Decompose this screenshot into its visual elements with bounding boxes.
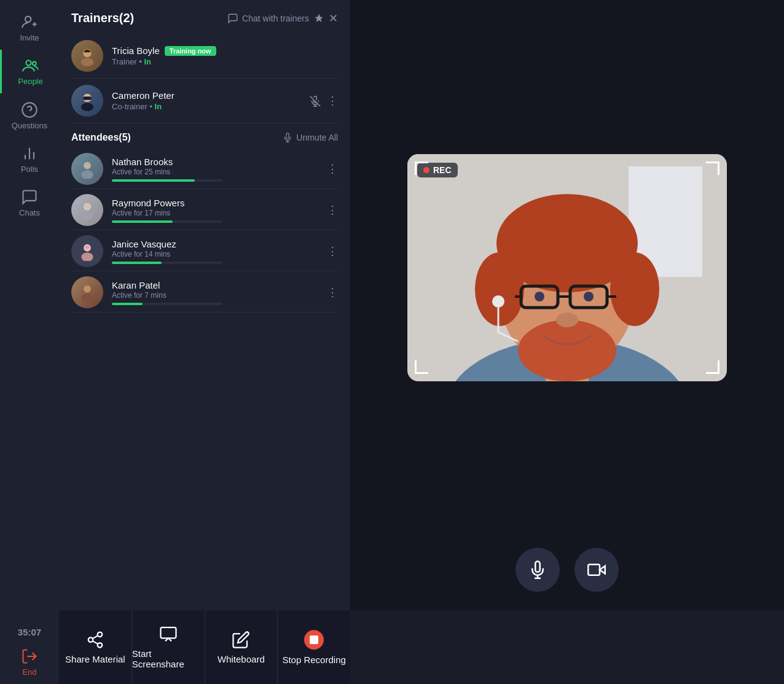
sidebar-item-end-label: End (22, 667, 36, 677)
people-icon (22, 57, 39, 74)
svg-point-31 (88, 637, 93, 642)
trainers-title: Trainers(2) (71, 11, 134, 25)
attendee-name-nathan: Nathan Brooks (112, 157, 318, 167)
sidebar-item-chats[interactable]: Chats (0, 181, 59, 225)
svg-point-4 (32, 62, 36, 66)
activity-bar-janice (112, 262, 162, 264)
svg-point-25 (85, 204, 90, 209)
sidebar-item-invite[interactable]: Invite (0, 6, 59, 50)
trainer-name-cameron: Cameron Peter (112, 90, 174, 101)
attendees-list: Nathan Brooks Active for 25 mins ⋮ Raymo… (59, 148, 350, 313)
avatar-janice (71, 235, 103, 267)
activity-bar-karan (112, 303, 143, 305)
trainers-list: Tricia Boyle Training now Trainer • In (59, 34, 350, 123)
attendee-row-nathan: Nathan Brooks Active for 25 mins ⋮ (59, 148, 350, 188)
sidebar-item-people[interactable]: People (0, 50, 59, 93)
trainer-name-tricia: Tricia Boyle (112, 45, 160, 56)
training-badge: Training now (165, 46, 216, 56)
more-icon-nathan[interactable]: ⋮ (327, 162, 338, 176)
avatar-karan (71, 276, 103, 308)
mute-icon-cameron[interactable] (310, 95, 321, 107)
sidebar-item-polls-label: Polls (21, 165, 38, 174)
activity-bar-container-nathan (112, 179, 222, 182)
sidebar-item-people-label: People (18, 77, 42, 86)
polls-icon (21, 145, 38, 162)
session-timer: 35:07 (18, 621, 41, 641)
chat-trainers-button[interactable]: Chat with trainers (227, 13, 309, 24)
svg-point-14 (81, 103, 93, 111)
close-icon[interactable]: ✕ (329, 12, 338, 25)
svg-point-21 (84, 162, 91, 169)
camera-button[interactable] (574, 548, 619, 592)
corner-br (706, 360, 719, 374)
more-icon-raymond[interactable]: ⋮ (327, 203, 338, 217)
pin-icon[interactable] (314, 12, 324, 25)
sidebar-item-end[interactable]: End (0, 640, 59, 684)
svg-point-5 (22, 103, 36, 117)
svg-rect-15 (83, 96, 92, 100)
attendee-row-karan: Karan Patel Active for 7 mins ⋮ (59, 271, 350, 312)
attendee-active-raymond: Active for 17 mins (112, 209, 318, 217)
video-person (407, 154, 727, 381)
end-icon (21, 648, 38, 665)
svg-point-24 (81, 211, 93, 220)
activity-bar-nathan (112, 179, 195, 182)
attendee-active-janice: Active for 14 mins (112, 250, 318, 258)
microphone-button[interactable] (515, 548, 560, 592)
svg-line-34 (93, 635, 98, 639)
attendee-info-karan: Karan Patel Active for 7 mins (112, 280, 318, 305)
corner-bl (415, 360, 428, 374)
sidebar-item-polls[interactable]: Polls (0, 138, 59, 181)
more-icon-karan[interactable]: ⋮ (327, 286, 338, 299)
sidebar-nav: Invite People Questions Polls (0, 0, 59, 684)
sidebar-item-invite-label: Invite (20, 33, 39, 42)
chat-trainers-label: Chat with trainers (242, 14, 309, 23)
whiteboard-label: Whiteboard (218, 654, 265, 664)
whiteboard-icon (232, 630, 250, 649)
avatar-nathan (71, 153, 103, 185)
avatar-raymond (71, 194, 103, 226)
svg-point-28 (84, 286, 91, 293)
sidebar-item-questions-label: Questions (12, 121, 48, 130)
attendee-active-nathan: Active for 25 mins (112, 168, 318, 176)
video-container: REC (350, 0, 784, 535)
stop-recording-label: Stop Recording (282, 655, 345, 665)
more-icon-cameron[interactable]: ⋮ (327, 94, 338, 107)
more-icon-janice[interactable]: ⋮ (327, 244, 338, 258)
screenshare-icon (159, 625, 178, 644)
activity-bar-raymond (112, 220, 173, 223)
corner-tr (706, 161, 719, 175)
main-content: REC (350, 0, 784, 684)
svg-point-22 (81, 170, 93, 179)
whiteboard-button[interactable]: Whiteboard (205, 610, 278, 684)
activity-bar-container-raymond (112, 220, 222, 223)
svg-rect-35 (160, 628, 176, 639)
svg-point-29 (81, 293, 93, 302)
share-material-button[interactable]: Share Material (59, 610, 132, 684)
svg-point-52 (556, 313, 578, 327)
sidebar-item-chats-label: Chats (19, 208, 40, 217)
video-frame: REC (407, 154, 727, 381)
attendee-name-raymond: Raymond Powers (112, 198, 318, 208)
stop-recording-icon (304, 630, 324, 650)
svg-point-32 (98, 643, 103, 648)
unmute-all-button[interactable]: Unmute All (283, 133, 338, 142)
attendee-active-karan: Active for 7 mins (112, 291, 318, 300)
trainer-row-tricia: Tricia Boyle Training now Trainer • In (59, 34, 350, 78)
attendee-row-janice: Janice Vasquez Active for 14 mins ⋮ (59, 230, 350, 271)
chats-icon (21, 188, 38, 206)
avatar-tricia (71, 40, 103, 72)
sidebar-item-questions[interactable]: Questions (0, 93, 59, 137)
attendee-name-karan: Karan Patel (112, 280, 318, 290)
stop-recording-button[interactable]: Stop Recording (278, 610, 350, 684)
attendee-info-nathan: Nathan Brooks Active for 25 mins (112, 157, 318, 182)
attendee-info-raymond: Raymond Powers Active for 17 mins (112, 198, 318, 223)
svg-point-3 (26, 61, 31, 66)
attendee-name-janice: Janice Vasquez (112, 239, 318, 249)
svg-point-51 (584, 292, 594, 301)
activity-bar-container-karan (112, 303, 222, 305)
svg-point-53 (492, 295, 504, 308)
attendee-row-raymond: Raymond Powers Active for 17 mins ⋮ (59, 189, 350, 230)
start-screenshare-button[interactable]: Start Screenshare (132, 610, 205, 684)
rec-label: REC (433, 165, 452, 175)
